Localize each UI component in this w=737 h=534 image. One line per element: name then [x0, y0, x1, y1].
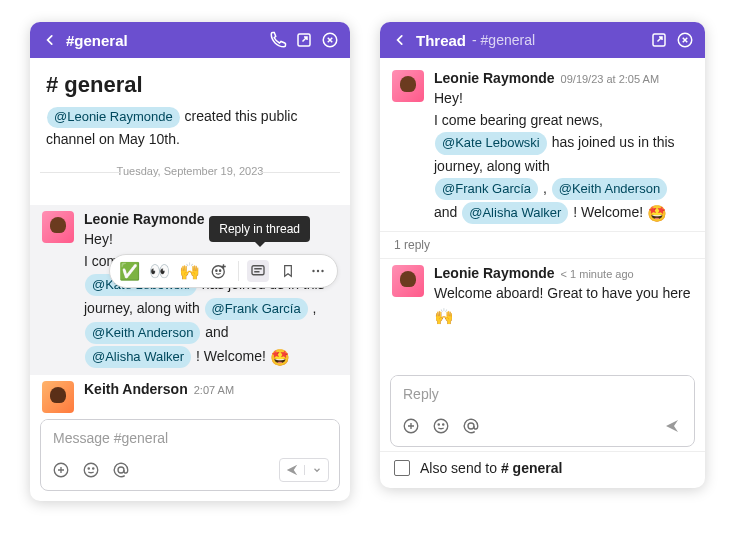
back-icon[interactable]: [40, 30, 60, 50]
svg-rect-5: [252, 266, 264, 275]
add-reaction-icon[interactable]: [208, 260, 230, 282]
attach-icon[interactable]: [51, 460, 71, 480]
raised-hands-emoji: 🙌: [434, 308, 454, 325]
popout-icon[interactable]: [649, 30, 669, 50]
avatar[interactable]: [42, 211, 74, 243]
also-send-checkbox[interactable]: [394, 460, 410, 476]
mention[interactable]: @Frank García: [205, 298, 308, 320]
message-hover-toolbar: ✅ 👀 🙌: [109, 254, 338, 288]
message-author[interactable]: Leonie Raymonde: [434, 70, 555, 86]
emoji-icon[interactable]: [81, 460, 101, 480]
mention[interactable]: @Keith Anderson: [552, 178, 667, 200]
svg-point-13: [118, 467, 124, 473]
mention[interactable]: @Keith Anderson: [85, 322, 200, 344]
svg-point-2: [212, 266, 224, 278]
also-send-row: Also send to # general: [380, 451, 705, 488]
svg-point-8: [321, 270, 323, 272]
attach-icon[interactable]: [401, 416, 421, 436]
channel-name[interactable]: #general: [66, 32, 128, 49]
mention[interactable]: @Kate Lebowski: [435, 132, 547, 154]
reply-thread-icon[interactable]: [247, 260, 269, 282]
svg-point-3: [216, 270, 217, 271]
thread-reply-message[interactable]: Leonie Raymonde < 1 minute ago Welcome a…: [380, 259, 705, 333]
avatar[interactable]: [42, 381, 74, 413]
svg-point-20: [468, 423, 474, 429]
mention[interactable]: @Frank García: [435, 178, 538, 200]
svg-point-17: [434, 419, 448, 433]
send-button[interactable]: [279, 458, 329, 482]
channel-info: # general @Leonie Raymonde created this …: [30, 58, 350, 159]
more-icon[interactable]: [307, 260, 329, 282]
reply-composer: [390, 375, 695, 447]
svg-point-12: [93, 468, 94, 469]
send-button[interactable]: [660, 414, 684, 438]
message-text: Hey! I come bearing great news, @Kate Le…: [434, 88, 693, 227]
message-time: 09/19/23 at 2:05 AM: [561, 73, 659, 85]
message-author[interactable]: Keith Anderson: [84, 381, 188, 397]
reply-count: 1 reply: [380, 231, 705, 259]
emoji-icon[interactable]: [431, 416, 451, 436]
svg-point-6: [312, 270, 314, 272]
message-text: Hey! I come bearing great news, @Kate Le…: [84, 229, 338, 371]
back-icon[interactable]: [390, 30, 410, 50]
close-icon[interactable]: [320, 30, 340, 50]
thread-header: Thread - #general: [380, 22, 705, 58]
avatar[interactable]: [392, 265, 424, 297]
message-time: < 1 minute ago: [561, 268, 634, 280]
popout-icon[interactable]: [294, 30, 314, 50]
channel-title: # general: [46, 72, 334, 98]
reply-thread-tooltip: Reply in thread: [209, 216, 310, 242]
thread-subtitle[interactable]: - #general: [472, 32, 535, 48]
message-input[interactable]: [41, 420, 339, 454]
call-icon[interactable]: [268, 30, 288, 50]
react-eyes-emoji[interactable]: 👀: [148, 260, 170, 282]
reply-input[interactable]: [391, 376, 694, 410]
composer: [40, 419, 340, 491]
mention[interactable]: @Alisha Walker: [85, 346, 191, 368]
message-time: 2:07 AM: [194, 384, 234, 396]
close-icon[interactable]: [675, 30, 695, 50]
message-text: Welcome aboard! Great to have you here 🙌: [434, 283, 693, 329]
starstruck-emoji: 🤩: [270, 349, 290, 366]
svg-point-11: [88, 468, 89, 469]
starstruck-emoji: 🤩: [647, 205, 667, 222]
svg-point-7: [317, 270, 319, 272]
svg-point-10: [84, 463, 98, 477]
mention[interactable]: @Alisha Walker: [462, 202, 568, 224]
bookmark-icon[interactable]: [277, 260, 299, 282]
mention[interactable]: @Leonie Raymonde: [47, 107, 180, 128]
thread-parent-message[interactable]: Leonie Raymonde 09/19/23 at 2:05 AM Hey!…: [380, 58, 705, 231]
svg-point-4: [220, 270, 221, 271]
thread-title: Thread: [416, 32, 466, 49]
react-hands-emoji[interactable]: 🙌: [178, 260, 200, 282]
date-divider: Tuesday, September 19, 2023: [30, 165, 350, 179]
channel-panel: #general # general @Leonie Raymonde crea…: [30, 22, 350, 501]
mention-icon[interactable]: [461, 416, 481, 436]
svg-point-19: [443, 424, 444, 425]
react-check-emoji[interactable]: ✅: [118, 260, 140, 282]
mention-icon[interactable]: [111, 460, 131, 480]
avatar[interactable]: [392, 70, 424, 102]
message-author[interactable]: Leonie Raymonde: [84, 211, 205, 227]
message-row[interactable]: Keith Anderson 2:07 AM: [30, 375, 350, 413]
svg-point-18: [438, 424, 439, 425]
message-author[interactable]: Leonie Raymonde: [434, 265, 555, 281]
channel-header: #general: [30, 22, 350, 58]
also-send-label: Also send to # general: [420, 460, 562, 476]
channel-description: @Leonie Raymonde created this public cha…: [46, 106, 334, 149]
thread-panel: Thread - #general Leonie Raymonde 09/19/…: [380, 22, 705, 488]
